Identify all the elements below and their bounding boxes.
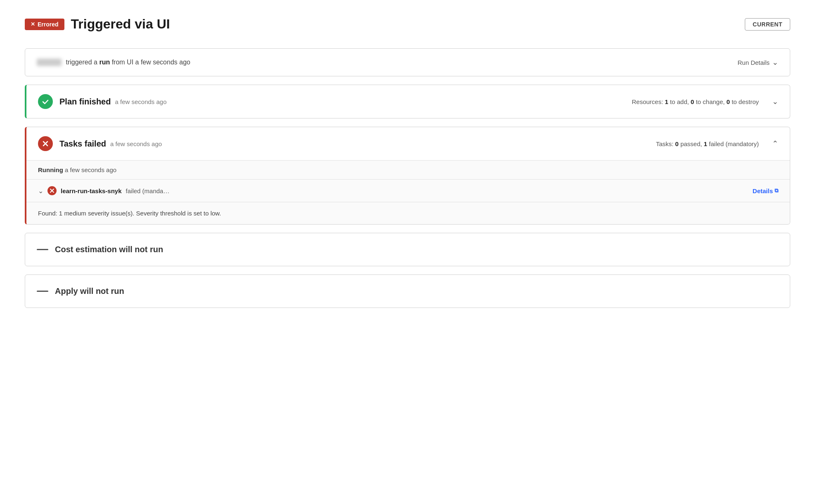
task-x-circle-icon: [47, 186, 57, 195]
plan-title: Plan finished: [59, 97, 111, 106]
resources-add-count: 1: [665, 98, 668, 105]
run-details-button[interactable]: Run Details ⌄: [737, 58, 778, 67]
tasks-chevron-up-icon[interactable]: ⌃: [772, 139, 778, 148]
plan-row: Plan finished a few seconds ago Resource…: [26, 85, 790, 118]
cost-card: Cost estimation will not run: [25, 233, 790, 266]
task-status: failed (manda…: [126, 187, 170, 194]
trigger-bold: run: [99, 59, 110, 66]
trigger-suffix: from UI a few seconds ago: [112, 59, 190, 66]
tasks-failed-count: 1: [704, 140, 707, 147]
chevron-down-icon: ⌄: [772, 58, 778, 67]
cost-title: Cost estimation will not run: [55, 245, 163, 254]
x-icon: ✕: [31, 21, 35, 27]
trigger-card: triggered a run from UI a few seconds ag…: [25, 48, 790, 76]
apply-card: Apply will not run: [25, 274, 790, 308]
run-details-label: Run Details: [737, 59, 770, 66]
plan-resources: Resources: 1 to add, 0 to change, 0 to d…: [632, 98, 759, 105]
running-row: Running a few seconds ago: [26, 161, 790, 180]
task-expand-chevron-icon[interactable]: ⌄: [38, 187, 43, 195]
resources-add-label: to add,: [670, 98, 689, 105]
tasks-expanded-content: Running a few seconds ago ⌄ learn-run-ta…: [26, 160, 790, 224]
external-link-icon: ⧉: [775, 187, 778, 194]
task-item: ⌄ learn-run-tasks-snyk failed (manda… De…: [26, 180, 790, 202]
severity-message: Found: 1 medium severity issue(s). Sever…: [26, 202, 790, 224]
task-details-link[interactable]: Details ⧉: [753, 187, 778, 194]
tasks-title: Tasks failed: [59, 139, 106, 149]
plan-card: Plan finished a few seconds ago Resource…: [25, 85, 790, 118]
tasks-time: a few seconds ago: [110, 140, 162, 147]
tasks-header-row: Tasks failed a few seconds ago Tasks: 0 …: [26, 127, 790, 160]
trigger-text: triggered a run from UI a few seconds ag…: [37, 59, 190, 66]
resources-destroy-label: to destroy: [732, 98, 759, 105]
page-header: ✕ Errored Triggered via UI CURRENT: [25, 17, 790, 32]
errored-badge: ✕ Errored: [25, 19, 64, 30]
plan-info: Plan finished a few seconds ago: [59, 97, 625, 106]
tasks-failed-label: failed (mandatory): [709, 140, 759, 147]
header-left: ✕ Errored Triggered via UI: [25, 17, 170, 32]
resources-destroy-count: 0: [727, 98, 730, 105]
plan-time: a few seconds ago: [115, 98, 166, 105]
apply-title: Apply will not run: [55, 286, 124, 296]
trigger-row: triggered a run from UI a few seconds ag…: [25, 49, 790, 76]
tasks-passed-count: 0: [675, 140, 678, 147]
dash-icon: [37, 249, 48, 250]
avatar: [37, 59, 62, 66]
task-details-label: Details: [753, 187, 773, 194]
errored-label: Errored: [38, 21, 59, 28]
cost-skipped-row: Cost estimation will not run: [25, 233, 790, 266]
tasks-card: Tasks failed a few seconds ago Tasks: 0 …: [25, 127, 790, 225]
tasks-title-group: Tasks failed a few seconds ago: [59, 139, 649, 149]
resources-change-label: to change,: [696, 98, 725, 105]
running-label: Running: [38, 166, 63, 173]
tasks-passed-label: passed,: [680, 140, 702, 147]
running-time: a few seconds ago: [65, 166, 116, 173]
apply-skipped-row: Apply will not run: [25, 275, 790, 308]
resources-change-count: 0: [691, 98, 694, 105]
resources-label: Resources:: [632, 98, 663, 105]
trigger-mid: triggered a: [66, 59, 97, 66]
page-title: Triggered via UI: [71, 17, 170, 32]
plan-chevron-down-icon[interactable]: ⌄: [772, 97, 778, 106]
tasks-summary: Tasks: 0 passed, 1 failed (mandatory): [656, 140, 759, 147]
check-circle-icon: [38, 94, 53, 109]
tasks-label: Tasks:: [656, 140, 674, 147]
current-badge: CURRENT: [745, 18, 790, 31]
apply-dash-icon: [37, 291, 48, 292]
tasks-x-circle-icon: [38, 136, 53, 151]
task-name: learn-run-tasks-snyk: [61, 187, 122, 194]
